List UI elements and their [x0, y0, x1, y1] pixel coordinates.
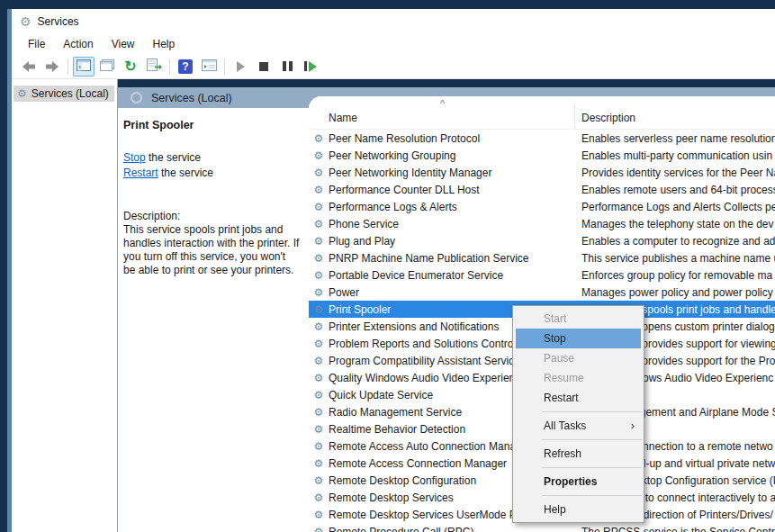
toolbar: ↻ ? [12, 54, 775, 79]
service-name-cell: Performance Counter DLL Host [329, 184, 581, 196]
context-menu: StartStopPauseResumeRestartAll Tasks›Ref… [512, 305, 644, 523]
service-gear-icon: ⚙ [309, 320, 329, 333]
menu-action[interactable]: Action [54, 36, 102, 52]
results-area: Services (Local) Print Spooler Stop the … [118, 79, 775, 532]
export-list-button[interactable] [143, 57, 165, 77]
service-gear-icon: ⚙ [309, 252, 329, 265]
refresh-icon: ↻ [124, 59, 136, 74]
help-icon: ? [178, 59, 193, 74]
menu-view[interactable]: View [103, 36, 144, 52]
service-description-cell: Manages the telephony state on the dev [581, 218, 775, 230]
service-gear-icon: ⚙ [309, 526, 329, 532]
stop-service-button[interactable] [253, 57, 275, 77]
service-name-cell: Remote Procedure Call (RPC) [329, 526, 581, 532]
play-icon [237, 61, 245, 72]
stop-service-line: Stop the service [123, 151, 303, 164]
menu-bar: File Action View Help [12, 34, 775, 54]
menu-help[interactable]: Help [144, 36, 185, 52]
forward-arrow-icon [45, 60, 59, 73]
menu-separator [542, 439, 642, 440]
toolbar-separator [169, 59, 170, 75]
service-name-cell: PNRP Machine Name Publication Service [329, 252, 581, 265]
service-description-cell: Enforces group policy for removable ma [581, 269, 775, 282]
table-row[interactable]: ⚙Peer Name Resolution ProtocolEnables se… [309, 130, 775, 147]
show-console-tree-button[interactable] [73, 57, 95, 77]
table-row[interactable]: ⚙PowerManages power policy and power pol… [309, 284, 775, 301]
column-headers: ^ Name Description [309, 96, 775, 130]
table-row[interactable]: ⚙Remote Procedure Call (RPC)The RPCSS se… [309, 523, 775, 532]
restart-service-line: Restart the service [123, 167, 303, 179]
table-row[interactable]: ⚙Plug and PlayEnables a computer to reco… [309, 232, 775, 249]
export-list-icon [147, 59, 162, 74]
service-description-cell: Provides identity services for the Peer … [581, 167, 775, 179]
content-area: ⚙ Services (Local) Services (Local) Prin… [12, 79, 775, 532]
table-row[interactable]: ⚙Performance Logs & AlertsPerformance Lo… [309, 198, 775, 215]
description-text: This service spools print jobs and handl… [123, 223, 300, 277]
extended-view-icon [202, 59, 217, 74]
service-gear-icon: ⚙ [309, 184, 329, 196]
service-gear-icon: ⚙ [309, 509, 329, 521]
menu-item-refresh[interactable]: Refresh [513, 444, 644, 464]
start-service-button[interactable] [230, 57, 251, 77]
refresh-button[interactable]: ↻ [120, 57, 141, 77]
service-gear-icon: ⚙ [309, 474, 329, 487]
forward-button[interactable] [41, 57, 63, 77]
help-button[interactable]: ? [175, 57, 196, 77]
table-row[interactable]: ⚙Peer Networking Identity ManagerProvide… [309, 164, 775, 181]
service-gear-icon: ⚙ [309, 303, 329, 316]
table-row[interactable]: ⚙Performance Counter DLL HostEnables rem… [309, 181, 775, 198]
description-label: Description: [123, 210, 300, 223]
restart-service-link[interactable]: Restart [123, 167, 158, 179]
table-row[interactable]: ⚙PNRP Machine Name Publication ServiceTh… [309, 249, 775, 266]
menu-item-stop[interactable]: Stop [516, 329, 641, 348]
service-gear-icon: ⚙ [309, 201, 329, 213]
extended-task-pane: Print Spooler Stop the service Restart t… [118, 108, 309, 532]
menu-item-resume: Resume [513, 368, 644, 388]
menu-separator [542, 495, 642, 496]
menu-item-properties[interactable]: Properties [513, 472, 644, 491]
title-bar: ⚙ Services [12, 9, 775, 34]
service-description-cell: Performance Logs and Alerts Collects pe [581, 201, 775, 213]
services-app-icon: ⚙ [20, 14, 32, 29]
service-gear-icon: ⚙ [309, 269, 329, 282]
sort-ascending-icon: ^ [440, 98, 445, 109]
table-row[interactable]: ⚙Phone ServiceManages the telephony stat… [309, 215, 775, 232]
services-header-icon [131, 92, 142, 104]
pause-service-button[interactable] [276, 57, 298, 77]
pause-icon [283, 61, 293, 71]
service-gear-icon: ⚙ [309, 440, 329, 453]
tree-item-label: Services (Local) [32, 87, 109, 100]
window-title: Services [38, 15, 79, 28]
table-row[interactable]: ⚙Peer Networking GroupingEnables multi-p… [309, 147, 775, 164]
service-gear-icon: ⚙ [309, 338, 329, 350]
service-gear-icon: ⚙ [309, 457, 329, 470]
table-row[interactable]: ⚙Portable Device Enumerator ServiceEnfor… [309, 266, 775, 284]
back-arrow-icon [22, 60, 36, 73]
menu-item-all-tasks[interactable]: All Tasks› [513, 416, 644, 436]
column-header-description[interactable]: Description [581, 112, 635, 124]
menu-item-restart[interactable]: Restart [513, 388, 644, 408]
service-name-cell: Portable Device Enumerator Service [329, 269, 581, 282]
menu-separator [542, 411, 642, 412]
services-window: ⚙ Services File Action View Help [12, 9, 775, 532]
service-description-block: Description: This service spools print j… [123, 210, 300, 277]
menu-file[interactable]: File [19, 36, 54, 52]
service-description-cell: The RPCSS service is the Service Control [581, 526, 775, 532]
column-header-name[interactable]: Name [329, 112, 357, 124]
restart-service-button[interactable] [300, 57, 321, 77]
service-name-cell: Peer Name Resolution Protocol [329, 132, 581, 145]
stop-service-link[interactable]: Stop [123, 151, 146, 164]
column-divider[interactable] [574, 104, 575, 129]
properties-window-button[interactable] [96, 57, 118, 77]
menu-item-help[interactable]: Help [513, 500, 644, 519]
toolbar-separator [68, 59, 68, 75]
submenu-arrow-icon: › [631, 416, 635, 436]
service-gear-icon: ⚙ [309, 406, 329, 419]
service-gear-icon: ⚙ [309, 235, 329, 248]
extended-view-button[interactable] [198, 57, 220, 77]
service-description-cell: Manages power policy and power policy [581, 286, 775, 299]
service-description-cell: Enables remote users and 64-bit process [581, 184, 775, 196]
menu-item-start: Start [513, 309, 644, 329]
back-button[interactable] [18, 57, 40, 77]
tree-item-services-local[interactable]: ⚙ Services (Local) [14, 86, 114, 102]
